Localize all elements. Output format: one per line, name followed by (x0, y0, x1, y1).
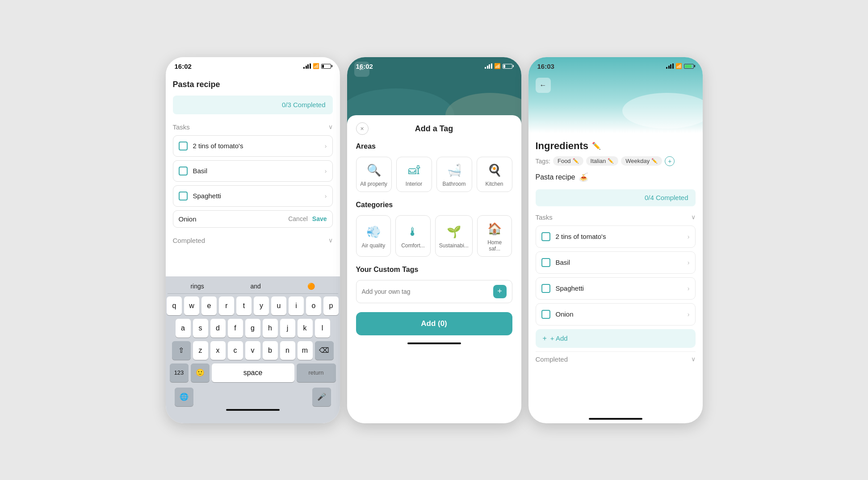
progress-bar-s3: 0/4 Completed (536, 189, 696, 206)
suggestion-2[interactable]: and (247, 283, 264, 290)
battery-icon-2 (503, 64, 512, 69)
arrow-s3-2[interactable]: › (688, 259, 690, 266)
key-c[interactable]: c (228, 341, 243, 360)
tag-card-bathroom[interactable]: 🛁 Bathroom (436, 157, 472, 192)
tag-food-edit-icon[interactable]: ✏️ (573, 158, 579, 164)
tag-italian-edit-icon[interactable]: ✏️ (608, 158, 614, 164)
task-arrow-3[interactable]: › (325, 192, 327, 200)
checkbox-s3-1[interactable] (541, 232, 550, 241)
arrow-s3-1[interactable]: › (688, 233, 690, 240)
tag-chip-weekday[interactable]: Weekday ✏️ (621, 156, 662, 166)
space-key[interactable]: space (212, 363, 294, 382)
task-item-s3-3[interactable]: Spaghetti › (536, 277, 696, 300)
key-j[interactable]: j (280, 319, 295, 338)
cancel-button[interactable]: Cancel (288, 215, 308, 222)
task-item-s3-4[interactable]: Onion › (536, 303, 696, 326)
num-key[interactable]: 123 (170, 363, 189, 382)
tag-card-air[interactable]: 💨 Air quality (356, 215, 391, 257)
key-w[interactable]: w (184, 296, 199, 315)
key-q[interactable]: q (167, 296, 182, 315)
key-m[interactable]: m (298, 341, 313, 360)
time-2: 16:02 (356, 63, 373, 70)
tag-card-comfort[interactable]: 🌡 Comfort... (395, 215, 431, 257)
tag-card-kitchen[interactable]: 🍳 Kitchen (477, 157, 512, 192)
key-g[interactable]: g (245, 319, 260, 338)
emoji-key[interactable]: 🙂 (191, 363, 210, 382)
task-checkbox-1[interactable] (179, 142, 188, 150)
key-b[interactable]: b (263, 341, 278, 360)
key-h[interactable]: h (263, 319, 278, 338)
task-item-3[interactable]: Spaghetti › (173, 185, 333, 207)
task-arrow-2[interactable]: › (325, 167, 327, 175)
task-item-2[interactable]: Basil › (173, 160, 333, 182)
tag-card-home-safe[interactable]: 🏠 Home saf... (477, 215, 512, 257)
key-a[interactable]: a (176, 319, 191, 338)
shift-key[interactable]: ⇧ (172, 341, 191, 360)
checkbox-s3-3[interactable] (541, 284, 550, 293)
arrow-s3-4[interactable]: › (688, 311, 690, 318)
globe-key[interactable]: 🌐 (175, 388, 193, 406)
custom-tag-add-button[interactable]: + (493, 285, 507, 298)
tag-chip-food[interactable]: Food ✏️ (553, 156, 583, 166)
screen3-header: 16:03 📶 ← (528, 57, 703, 133)
tag-chip-italian[interactable]: Italian ✏️ (586, 156, 619, 166)
key-v[interactable]: v (245, 341, 260, 360)
tag-weekday-edit-icon[interactable]: ✏️ (651, 158, 658, 164)
suggestion-3[interactable]: 🟠 (304, 283, 319, 290)
checkbox-s3-2[interactable] (541, 258, 550, 267)
task-item[interactable]: 2 tins of tomato's › (173, 135, 333, 157)
tasks-chevron-icon[interactable]: ∨ (328, 123, 333, 130)
custom-tag-field[interactable] (362, 288, 493, 295)
key-x[interactable]: x (210, 341, 226, 360)
tag-card-sustain[interactable]: 🌱 Sustainabi... (435, 215, 473, 257)
key-y[interactable]: y (254, 296, 269, 315)
status-icons-2: 📶 (485, 63, 512, 69)
add-task-row[interactable]: + + Add (536, 329, 696, 348)
key-u[interactable]: u (271, 296, 286, 315)
key-k[interactable]: k (298, 319, 313, 338)
tag-card-all-property[interactable]: 🔍 All property (356, 157, 392, 192)
back-button-3[interactable]: ← (536, 78, 551, 93)
kitchen-icon: 🍳 (487, 163, 502, 177)
key-n[interactable]: n (280, 341, 295, 360)
key-i[interactable]: i (289, 296, 304, 315)
edit-icon[interactable]: ✏️ (592, 142, 601, 150)
tag-card-interior[interactable]: 🛋 Interior (396, 157, 432, 192)
task-checkbox-3[interactable] (179, 192, 188, 200)
tag-italian-label: Italian (591, 158, 606, 164)
key-p[interactable]: p (323, 296, 339, 315)
key-o[interactable]: o (306, 296, 321, 315)
completed-chevron-s3[interactable]: ∨ (691, 355, 696, 363)
task-checkbox-2[interactable] (179, 167, 188, 175)
key-r[interactable]: r (219, 296, 234, 315)
task-input[interactable] (179, 215, 289, 223)
key-t[interactable]: t (236, 296, 252, 315)
task-item-s3-2[interactable]: Basil › (536, 251, 696, 274)
checkbox-s3-4[interactable] (541, 310, 550, 319)
mic-key[interactable]: 🎤 (312, 388, 331, 406)
key-e[interactable]: e (201, 296, 217, 315)
time-3: 16:03 (537, 63, 554, 70)
home-safe-label: Home saf... (481, 239, 508, 252)
completed-chevron-icon[interactable]: ∨ (328, 237, 333, 244)
save-button[interactable]: Save (312, 215, 327, 222)
key-z[interactable]: z (193, 341, 208, 360)
task-label-s3-2: Basil (556, 259, 688, 266)
home-safe-icon: 🏠 (487, 222, 502, 236)
custom-tags-title: Your Custom Tags (356, 266, 512, 274)
add-tag-button-s3[interactable]: + (665, 156, 675, 166)
return-key[interactable]: return (297, 363, 336, 382)
task-arrow-1[interactable]: › (325, 142, 327, 150)
suggestion-1[interactable]: rings (187, 283, 207, 290)
add-tag-button[interactable]: Add (0) (356, 312, 512, 335)
tasks-chevron-s3[interactable]: ∨ (691, 213, 696, 221)
arrow-s3-3[interactable]: › (688, 285, 690, 292)
modal-close-button[interactable]: × (356, 122, 369, 135)
key-f[interactable]: f (228, 319, 243, 338)
sustain-label: Sustainabi... (439, 242, 469, 249)
key-l[interactable]: l (315, 319, 330, 338)
backspace-key[interactable]: ⌫ (315, 341, 334, 360)
key-d[interactable]: d (210, 319, 226, 338)
task-item-s3-1[interactable]: 2 tins of tomato's › (536, 225, 696, 248)
key-s[interactable]: s (193, 319, 208, 338)
